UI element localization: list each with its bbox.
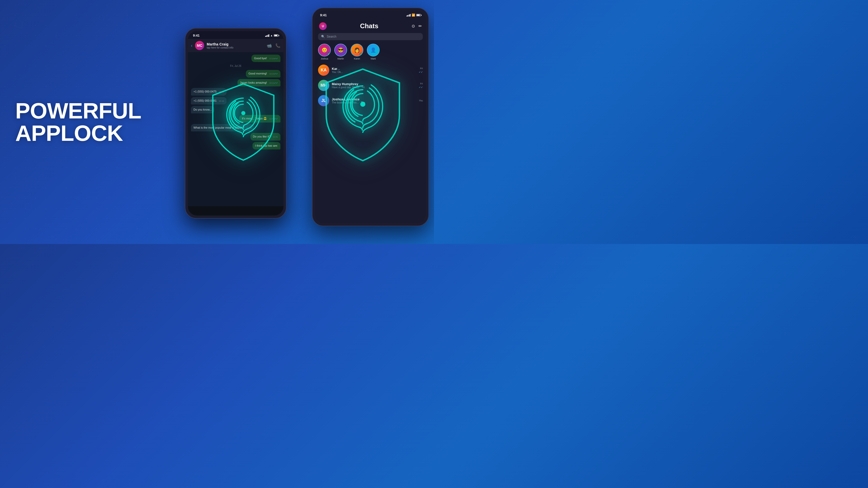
chat-header-icons: 📹 📞 <box>267 43 280 48</box>
chat-list-item[interactable]: KA Kar... You: Ok... Fri ✓✓ <box>315 63 426 78</box>
msg-check: ✓✓ <box>274 118 278 120</box>
contact-name: Martha Craig <box>207 42 264 46</box>
battery-icon-front <box>274 34 278 37</box>
story-avatar-0: 😊 <box>318 44 331 57</box>
phone-front-screen: 9:41 ▲ ‹ MC <box>188 31 283 216</box>
status-icons-front: ▲ <box>265 34 278 37</box>
chat-name-joshua: Joshua Lawrence <box>332 97 416 101</box>
check-icon-maisy: ✓✓ <box>419 86 423 89</box>
phone-front: 9:41 ▲ ‹ MC <box>185 28 286 219</box>
back-arrow[interactable]: ‹ <box>191 43 192 48</box>
date-divider: Fri, Jul 26 <box>191 65 280 67</box>
msg-check: ✓✓ <box>274 58 278 60</box>
message-item: Do you like it? 11:51 <box>250 133 280 140</box>
compose-icon[interactable]: ✏ <box>418 24 422 29</box>
message-item: Do you know... <box>191 106 214 113</box>
time-back: 9:41 <box>320 13 327 17</box>
story-item[interactable]: 😊 Joshua <box>318 44 331 60</box>
online-indicator <box>360 53 362 56</box>
chat-preview-karen: You: Ok... <box>332 71 416 73</box>
chats-header: U Chats ⊙ ✏ <box>315 19 426 32</box>
status-icons-back: 📶 <box>407 13 421 17</box>
message-item: +1 (555) 000-0475 10:15 <box>191 88 226 95</box>
chat-contact-avatar: MC <box>195 41 204 50</box>
msg-time: 10:15 <box>219 91 224 93</box>
chat-time-maisy: Fri <box>420 83 423 85</box>
message-item: Good bye! 17:23✓✓ <box>251 55 280 62</box>
headline-section: POWERFUL APPLOCK <box>15 100 148 144</box>
chat-time-karen: Fri <box>420 67 423 70</box>
message-item: Good morning! 10:10✓✓ <box>246 70 280 77</box>
headline-text: POWERFUL APPLOCK <box>15 100 148 144</box>
chats-header-icons: ⊙ ✏ <box>412 24 422 29</box>
stories-row: 😊 Joshua 😎 Martin 👩 Karen <box>315 43 426 63</box>
signal-icon-front <box>265 34 270 37</box>
contact-sub: tap here for contact info <box>207 46 264 49</box>
chat-name-info: Martha Craig tap here for contact info <box>207 42 264 49</box>
chat-name-karen: Kar... <box>332 67 416 71</box>
chat-header: ‹ MC Martha Craig tap here for contact i… <box>188 39 283 52</box>
phones-area: 9:41 📶 U Chats ⊙ ✏ <box>154 0 434 244</box>
chat-meta-maisy: Fri ✓✓ <box>419 83 423 89</box>
chat-avatar-karen: KA <box>318 65 329 76</box>
battery-icon-back <box>416 14 421 16</box>
story-item[interactable]: 👤 Marti <box>367 44 380 60</box>
wifi-icon-back: 📶 <box>412 13 415 17</box>
story-avatar-1: 😎 <box>334 44 347 57</box>
phone-back: 9:41 📶 U Chats ⊙ ✏ <box>312 8 429 226</box>
signal-icon-back <box>407 14 411 17</box>
search-placeholder: Search <box>327 35 336 38</box>
story-name-0: Joshua <box>320 58 328 60</box>
message-item: I think top two are: <box>252 142 280 150</box>
chat-info-maisy: Maisy Humphrey Have a good day, Maisy! ·… <box>332 82 416 89</box>
user-avatar-back: U <box>319 22 327 30</box>
chat-list-item[interactable]: MH Maisy Humphrey Have a good day, Maisy… <box>315 78 426 93</box>
avatar-initials: MC <box>195 41 204 50</box>
message-item: It's most... Tokyo 😎 11:43✓✓ <box>239 115 280 122</box>
phone-back-screen: 9:41 📶 U Chats ⊙ ✏ <box>315 11 426 223</box>
msg-time: 10:11 <box>269 82 274 84</box>
voice-call-icon[interactable]: 📞 <box>275 43 280 48</box>
msg-time: 10:10 <box>269 73 274 75</box>
chat-meta-karen: Fri ✓✓ <box>419 67 423 73</box>
online-indicator <box>327 53 330 56</box>
chat-meta-joshua: Thu <box>419 99 423 102</box>
msg-time: 11:51 <box>273 136 278 138</box>
chat-list-item[interactable]: JL Joshua Lawrence The business plan loo… <box>315 93 426 108</box>
chat-preview-maisy: Have a good day, Maisy! · Fri <box>332 86 416 89</box>
msg-time: 11:43 <box>269 118 274 120</box>
msg-check: ✓✓ <box>274 73 278 75</box>
search-icon: 🔍 <box>321 35 325 38</box>
chat-avatar-joshua: JL <box>318 95 329 106</box>
message-item: What is the most popular meal in Japan? … <box>191 124 254 131</box>
chats-title: Chats <box>360 22 378 30</box>
story-name-1: Martin <box>337 58 344 60</box>
msg-time: 11:45 <box>246 127 251 129</box>
story-name-2: Karen <box>354 58 360 60</box>
chat-info-karen: Kar... You: Ok... <box>332 67 416 73</box>
status-bar-front: 9:41 ▲ <box>188 31 283 39</box>
chat-preview-joshua: The business plan loo... · Thu <box>332 101 416 104</box>
message-item: Japan looks amazing! 10:11✓✓ <box>238 79 280 87</box>
chat-name-maisy: Maisy Humphrey <box>332 82 416 86</box>
chat-info-joshua: Joshua Lawrence The business plan loo...… <box>332 97 416 104</box>
msg-time: 10:16 <box>219 100 224 102</box>
msg-check: ✓✓ <box>274 82 278 84</box>
search-bar[interactable]: 🔍 Search <box>318 33 423 40</box>
chat-time-joshua: Thu <box>419 99 423 102</box>
message-item: +1 (555) 000-0481 10:16 <box>191 97 226 104</box>
story-avatar-3: 👤 <box>367 44 380 57</box>
messages-area: Good bye! 17:23✓✓ Fri, Jul 26 Good morni… <box>188 52 283 206</box>
check-icon-karen: ✓✓ <box>419 71 423 73</box>
story-name-3: Marti <box>371 58 376 60</box>
story-item[interactable]: 👩 Karen <box>351 44 363 60</box>
msg-time: 17:23 <box>269 58 274 60</box>
wifi-icon-front: ▲ <box>270 34 273 37</box>
story-avatar-2: 👩 <box>351 44 363 57</box>
time-front: 9:41 <box>193 34 199 37</box>
chat-avatar-maisy: MH <box>318 80 329 91</box>
video-call-icon[interactable]: 📹 <box>267 43 272 48</box>
story-item[interactable]: 😎 Martin <box>334 44 347 60</box>
camera-icon[interactable]: ⊙ <box>412 24 415 29</box>
status-bar-back: 9:41 📶 <box>315 11 426 19</box>
